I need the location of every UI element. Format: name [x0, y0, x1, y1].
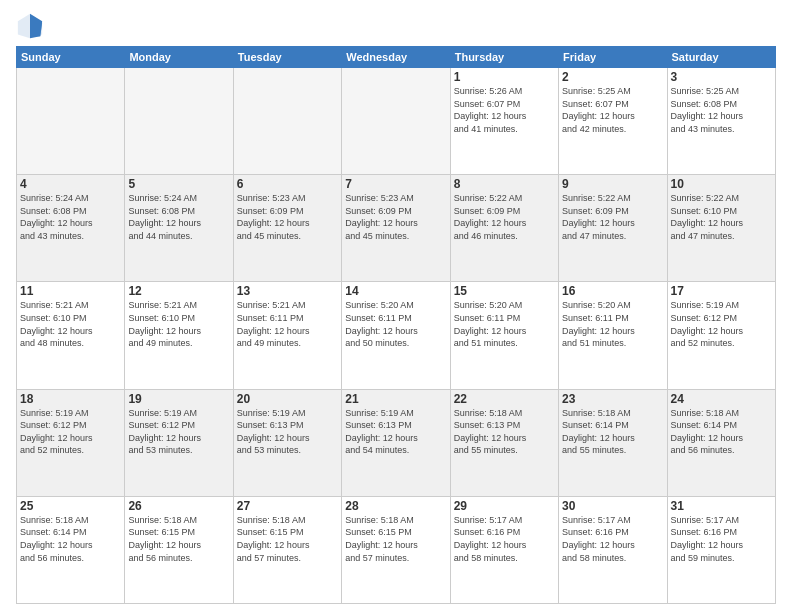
day-number: 5 — [128, 177, 229, 191]
day-number: 25 — [20, 499, 121, 513]
day-number: 1 — [454, 70, 555, 84]
calendar-cell: 20Sunrise: 5:19 AM Sunset: 6:13 PM Dayli… — [233, 389, 341, 496]
day-info: Sunrise: 5:22 AM Sunset: 6:10 PM Dayligh… — [671, 192, 772, 242]
calendar-cell: 1Sunrise: 5:26 AM Sunset: 6:07 PM Daylig… — [450, 68, 558, 175]
calendar-cell — [17, 68, 125, 175]
calendar-cell — [125, 68, 233, 175]
calendar-cell: 12Sunrise: 5:21 AM Sunset: 6:10 PM Dayli… — [125, 282, 233, 389]
day-info: Sunrise: 5:18 AM Sunset: 6:14 PM Dayligh… — [671, 407, 772, 457]
day-number: 31 — [671, 499, 772, 513]
calendar-cell: 27Sunrise: 5:18 AM Sunset: 6:15 PM Dayli… — [233, 496, 341, 603]
weekday-header-saturday: Saturday — [667, 47, 775, 68]
day-info: Sunrise: 5:18 AM Sunset: 6:15 PM Dayligh… — [345, 514, 446, 564]
day-info: Sunrise: 5:19 AM Sunset: 6:12 PM Dayligh… — [20, 407, 121, 457]
calendar-cell: 15Sunrise: 5:20 AM Sunset: 6:11 PM Dayli… — [450, 282, 558, 389]
day-number: 19 — [128, 392, 229, 406]
day-number: 27 — [237, 499, 338, 513]
day-number: 6 — [237, 177, 338, 191]
day-info: Sunrise: 5:24 AM Sunset: 6:08 PM Dayligh… — [20, 192, 121, 242]
day-number: 17 — [671, 284, 772, 298]
calendar-cell: 28Sunrise: 5:18 AM Sunset: 6:15 PM Dayli… — [342, 496, 450, 603]
calendar-cell: 16Sunrise: 5:20 AM Sunset: 6:11 PM Dayli… — [559, 282, 667, 389]
day-info: Sunrise: 5:23 AM Sunset: 6:09 PM Dayligh… — [237, 192, 338, 242]
day-number: 10 — [671, 177, 772, 191]
day-info: Sunrise: 5:21 AM Sunset: 6:11 PM Dayligh… — [237, 299, 338, 349]
day-info: Sunrise: 5:24 AM Sunset: 6:08 PM Dayligh… — [128, 192, 229, 242]
calendar-cell: 23Sunrise: 5:18 AM Sunset: 6:14 PM Dayli… — [559, 389, 667, 496]
calendar-cell: 2Sunrise: 5:25 AM Sunset: 6:07 PM Daylig… — [559, 68, 667, 175]
calendar-cell: 26Sunrise: 5:18 AM Sunset: 6:15 PM Dayli… — [125, 496, 233, 603]
day-number: 2 — [562, 70, 663, 84]
logo-icon — [16, 12, 44, 40]
day-number: 28 — [345, 499, 446, 513]
day-info: Sunrise: 5:17 AM Sunset: 6:16 PM Dayligh… — [454, 514, 555, 564]
calendar-cell — [233, 68, 341, 175]
weekday-header-sunday: Sunday — [17, 47, 125, 68]
calendar-week-row: 18Sunrise: 5:19 AM Sunset: 6:12 PM Dayli… — [17, 389, 776, 496]
calendar-cell: 14Sunrise: 5:20 AM Sunset: 6:11 PM Dayli… — [342, 282, 450, 389]
calendar-cell: 18Sunrise: 5:19 AM Sunset: 6:12 PM Dayli… — [17, 389, 125, 496]
calendar-cell: 24Sunrise: 5:18 AM Sunset: 6:14 PM Dayli… — [667, 389, 775, 496]
calendar-cell: 25Sunrise: 5:18 AM Sunset: 6:14 PM Dayli… — [17, 496, 125, 603]
day-info: Sunrise: 5:20 AM Sunset: 6:11 PM Dayligh… — [562, 299, 663, 349]
weekday-header-monday: Monday — [125, 47, 233, 68]
day-info: Sunrise: 5:26 AM Sunset: 6:07 PM Dayligh… — [454, 85, 555, 135]
day-info: Sunrise: 5:18 AM Sunset: 6:15 PM Dayligh… — [237, 514, 338, 564]
day-number: 4 — [20, 177, 121, 191]
calendar-cell: 22Sunrise: 5:18 AM Sunset: 6:13 PM Dayli… — [450, 389, 558, 496]
day-number: 21 — [345, 392, 446, 406]
day-number: 22 — [454, 392, 555, 406]
day-number: 8 — [454, 177, 555, 191]
weekday-header-thursday: Thursday — [450, 47, 558, 68]
day-number: 14 — [345, 284, 446, 298]
calendar-cell: 5Sunrise: 5:24 AM Sunset: 6:08 PM Daylig… — [125, 175, 233, 282]
calendar-cell: 13Sunrise: 5:21 AM Sunset: 6:11 PM Dayli… — [233, 282, 341, 389]
day-number: 24 — [671, 392, 772, 406]
day-info: Sunrise: 5:19 AM Sunset: 6:12 PM Dayligh… — [128, 407, 229, 457]
weekday-header-tuesday: Tuesday — [233, 47, 341, 68]
day-info: Sunrise: 5:20 AM Sunset: 6:11 PM Dayligh… — [454, 299, 555, 349]
calendar-cell: 4Sunrise: 5:24 AM Sunset: 6:08 PM Daylig… — [17, 175, 125, 282]
day-info: Sunrise: 5:22 AM Sunset: 6:09 PM Dayligh… — [454, 192, 555, 242]
day-number: 11 — [20, 284, 121, 298]
day-info: Sunrise: 5:18 AM Sunset: 6:15 PM Dayligh… — [128, 514, 229, 564]
day-info: Sunrise: 5:17 AM Sunset: 6:16 PM Dayligh… — [671, 514, 772, 564]
day-number: 13 — [237, 284, 338, 298]
day-info: Sunrise: 5:25 AM Sunset: 6:08 PM Dayligh… — [671, 85, 772, 135]
day-number: 30 — [562, 499, 663, 513]
day-info: Sunrise: 5:18 AM Sunset: 6:14 PM Dayligh… — [20, 514, 121, 564]
calendar-cell: 10Sunrise: 5:22 AM Sunset: 6:10 PM Dayli… — [667, 175, 775, 282]
calendar-week-row: 4Sunrise: 5:24 AM Sunset: 6:08 PM Daylig… — [17, 175, 776, 282]
weekday-header-friday: Friday — [559, 47, 667, 68]
calendar-cell: 7Sunrise: 5:23 AM Sunset: 6:09 PM Daylig… — [342, 175, 450, 282]
day-info: Sunrise: 5:19 AM Sunset: 6:13 PM Dayligh… — [237, 407, 338, 457]
day-info: Sunrise: 5:19 AM Sunset: 6:13 PM Dayligh… — [345, 407, 446, 457]
day-number: 29 — [454, 499, 555, 513]
day-info: Sunrise: 5:21 AM Sunset: 6:10 PM Dayligh… — [128, 299, 229, 349]
day-info: Sunrise: 5:20 AM Sunset: 6:11 PM Dayligh… — [345, 299, 446, 349]
calendar-cell: 19Sunrise: 5:19 AM Sunset: 6:12 PM Dayli… — [125, 389, 233, 496]
day-info: Sunrise: 5:22 AM Sunset: 6:09 PM Dayligh… — [562, 192, 663, 242]
calendar-cell: 11Sunrise: 5:21 AM Sunset: 6:10 PM Dayli… — [17, 282, 125, 389]
calendar-cell: 31Sunrise: 5:17 AM Sunset: 6:16 PM Dayli… — [667, 496, 775, 603]
calendar-week-row: 1Sunrise: 5:26 AM Sunset: 6:07 PM Daylig… — [17, 68, 776, 175]
day-info: Sunrise: 5:18 AM Sunset: 6:13 PM Dayligh… — [454, 407, 555, 457]
day-number: 7 — [345, 177, 446, 191]
day-number: 16 — [562, 284, 663, 298]
day-number: 9 — [562, 177, 663, 191]
calendar-cell: 9Sunrise: 5:22 AM Sunset: 6:09 PM Daylig… — [559, 175, 667, 282]
calendar-cell: 17Sunrise: 5:19 AM Sunset: 6:12 PM Dayli… — [667, 282, 775, 389]
day-number: 18 — [20, 392, 121, 406]
day-info: Sunrise: 5:19 AM Sunset: 6:12 PM Dayligh… — [671, 299, 772, 349]
weekday-header-row: SundayMondayTuesdayWednesdayThursdayFrid… — [17, 47, 776, 68]
day-number: 15 — [454, 284, 555, 298]
day-info: Sunrise: 5:17 AM Sunset: 6:16 PM Dayligh… — [562, 514, 663, 564]
calendar-week-row: 11Sunrise: 5:21 AM Sunset: 6:10 PM Dayli… — [17, 282, 776, 389]
calendar-cell: 6Sunrise: 5:23 AM Sunset: 6:09 PM Daylig… — [233, 175, 341, 282]
page: SundayMondayTuesdayWednesdayThursdayFrid… — [0, 0, 792, 612]
logo — [16, 12, 48, 40]
day-number: 20 — [237, 392, 338, 406]
calendar-cell: 8Sunrise: 5:22 AM Sunset: 6:09 PM Daylig… — [450, 175, 558, 282]
day-number: 26 — [128, 499, 229, 513]
svg-marker-2 — [30, 14, 42, 38]
